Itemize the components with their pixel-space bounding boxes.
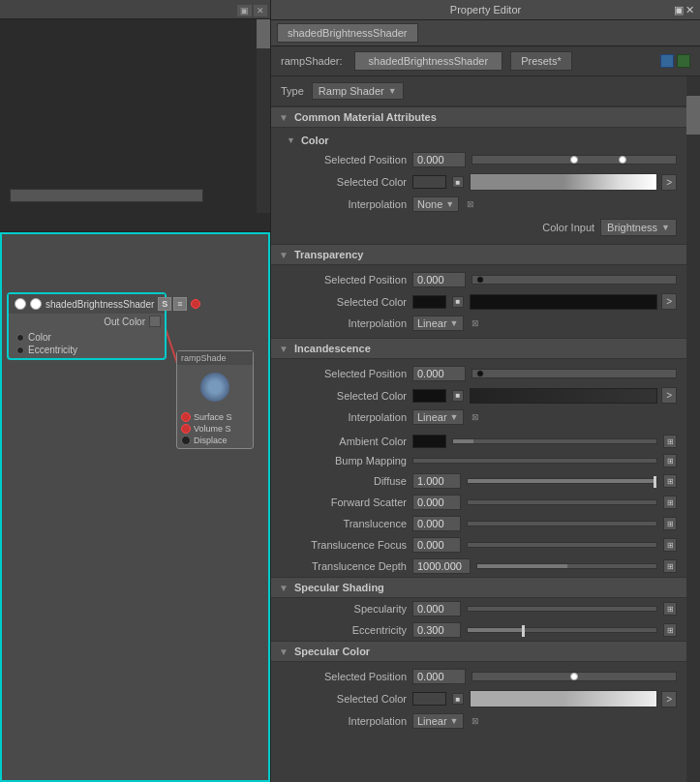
- incan-selected-color-swatch[interactable]: [412, 389, 446, 403]
- trans-selected-color-check[interactable]: ■: [452, 296, 464, 308]
- color-position-slider[interactable]: [472, 155, 677, 165]
- attr-eccentricity-label: Eccentricity: [28, 345, 77, 355]
- type-select[interactable]: Ramp Shader ▼: [312, 82, 404, 100]
- specularity-input[interactable]: [412, 601, 461, 617]
- color-input-dropdown[interactable]: Brightness ▼: [600, 219, 677, 236]
- eccentricity-connect[interactable]: ⊞: [663, 623, 677, 637]
- specular-shading-triangle: ▼: [279, 583, 289, 593]
- specularity-slider[interactable]: [467, 606, 657, 612]
- incan-position-dot: [476, 370, 484, 377]
- port-volume-connector[interactable]: [181, 424, 191, 434]
- specularity-connect[interactable]: ⊞: [663, 602, 677, 616]
- port-surface-connector[interactable]: [181, 412, 191, 422]
- ambient-color-connect[interactable]: ⊞: [663, 435, 677, 448]
- incan-ramp-gradient[interactable]: [470, 388, 657, 404]
- translucence-depth-input[interactable]: [412, 558, 471, 574]
- forward-scatter-slider[interactable]: [467, 499, 657, 505]
- corner-btn-close[interactable]: ✕: [253, 4, 268, 17]
- spec-interpolation-dropdown[interactable]: Linear ▼: [412, 713, 464, 729]
- trans-position-slider[interactable]: [472, 275, 677, 285]
- color-ramp-bar: >: [470, 173, 677, 191]
- shader-tab[interactable]: shadedBrightnessShader: [277, 23, 418, 43]
- transparency-section-header[interactable]: ▼ Transparency: [271, 244, 686, 265]
- presets-tab[interactable]: Presets*: [510, 51, 572, 71]
- eccentricity-fill: [468, 628, 525, 632]
- translucence-slider[interactable]: [467, 521, 657, 526]
- incan-position-slider[interactable]: [472, 369, 677, 378]
- bump-mapping-connect[interactable]: ⊞: [663, 454, 677, 467]
- incan-selected-color-check[interactable]: ■: [452, 390, 464, 402]
- diffuse-input[interactable]: [412, 473, 461, 489]
- color-ramp-arrow[interactable]: >: [661, 174, 677, 191]
- type-label: Type: [281, 85, 304, 97]
- color-selected-color-swatch[interactable]: [412, 175, 446, 189]
- spec-ramp-bar: >: [470, 690, 677, 707]
- diffuse-row: Diffuse ⊞: [271, 470, 686, 492]
- forward-scatter-label: Forward Scatter: [281, 496, 407, 508]
- common-material-section-header[interactable]: ▼ Common Material Attributes: [271, 106, 686, 128]
- color-selected-color-row: Selected Color ■ >: [271, 170, 686, 194]
- eccentricity-slider[interactable]: [467, 627, 657, 633]
- color-selected-position-label: Selected Position: [281, 154, 407, 165]
- title-maximize-btn[interactable]: ▣: [674, 4, 684, 16]
- title-close-btn[interactable]: ✕: [685, 4, 694, 16]
- incan-interpolation-dropdown[interactable]: Linear ▼: [412, 409, 464, 425]
- translucence-input[interactable]: [412, 516, 461, 531]
- spec-selected-color-check[interactable]: ■: [452, 693, 464, 705]
- layout-icons: [660, 54, 690, 68]
- diffuse-slider[interactable]: [467, 478, 657, 484]
- trans-interpolation-dropdown[interactable]: Linear ▼: [412, 316, 464, 331]
- layout-icon-2[interactable]: [677, 54, 690, 68]
- bump-mapping-row: Bump Mapping ⊞: [271, 451, 686, 470]
- color-position-dot-1: [570, 156, 578, 164]
- color-ramp-gradient[interactable]: [470, 173, 657, 191]
- color-interpolation-dropdown[interactable]: None ▼: [412, 196, 459, 212]
- translucence-depth-slider[interactable]: [476, 563, 657, 569]
- incan-selected-position-input[interactable]: [412, 366, 466, 381]
- rampshade-ports: Surface S Volume S Displace: [177, 409, 253, 448]
- translucence-depth-connect[interactable]: ⊞: [663, 559, 677, 573]
- spec-position-slider[interactable]: [472, 672, 677, 681]
- prop-content-inner: Type Ramp Shader ▼ ▼ Common Material Att…: [271, 76, 700, 782]
- ambient-color-swatch[interactable]: [412, 435, 446, 448]
- trans-ramp-gradient[interactable]: [470, 294, 657, 310]
- specular-shading-section-header[interactable]: ▼ Specular Shading: [271, 577, 686, 598]
- attr-eccentricity-connector[interactable]: [16, 346, 24, 354]
- spec-selected-position-input[interactable]: [412, 669, 466, 684]
- trans-ramp-arrow[interactable]: >: [661, 293, 677, 310]
- translucence-focus-input[interactable]: [412, 537, 461, 553]
- spec-ramp-gradient[interactable]: [470, 690, 657, 707]
- ramp-shader-value-tab[interactable]: shadedBrightnessShader: [354, 51, 503, 71]
- spec-selected-color-label: Selected Color: [281, 693, 407, 705]
- bump-mapping-slider[interactable]: [412, 458, 657, 464]
- spec-ramp-arrow[interactable]: >: [661, 691, 677, 707]
- color-selected-color-check[interactable]: ■: [452, 176, 464, 188]
- left-scrollbar[interactable]: [257, 19, 270, 213]
- color-subsection-header[interactable]: ▼ Color: [271, 132, 686, 149]
- spec-selected-color-swatch[interactable]: [412, 692, 446, 706]
- translucence-focus-connect[interactable]: ⊞: [663, 538, 677, 552]
- incan-ramp-arrow[interactable]: >: [661, 387, 677, 404]
- diffuse-connect[interactable]: ⊞: [663, 474, 677, 488]
- eccentricity-input[interactable]: [412, 622, 461, 638]
- progress-bar: [10, 189, 203, 202]
- layout-icon-1[interactable]: [660, 54, 674, 68]
- attr-color-connector[interactable]: [16, 334, 24, 342]
- specular-color-section-header[interactable]: ▼ Specular Color: [271, 641, 686, 662]
- trans-selected-position-input[interactable]: [412, 272, 466, 287]
- forward-scatter-input[interactable]: [412, 495, 461, 510]
- translucence-focus-slider[interactable]: [467, 542, 657, 548]
- port-displace-connector[interactable]: [181, 436, 191, 445]
- color-selected-position-input[interactable]: [412, 152, 466, 167]
- translucence-connect[interactable]: ⊞: [663, 517, 677, 530]
- right-scrollbar[interactable]: [686, 76, 700, 782]
- incandescence-section-header[interactable]: ▼ Incandescence: [271, 338, 686, 359]
- trans-selected-color-swatch[interactable]: [412, 295, 446, 309]
- ambient-color-slider[interactable]: [452, 438, 657, 444]
- property-editor-panel: Property Editor ▣ ✕ shadedBrightnessShad…: [271, 0, 700, 782]
- corner-btn-maximize[interactable]: ▣: [236, 4, 253, 17]
- forward-scatter-connect[interactable]: ⊞: [663, 496, 677, 509]
- spec-interpolation-value: Linear: [417, 715, 447, 727]
- node-attr-eccentricity: Eccentricity: [16, 344, 157, 356]
- color-section: ▼ Color Selected Position Selected Color: [271, 128, 686, 244]
